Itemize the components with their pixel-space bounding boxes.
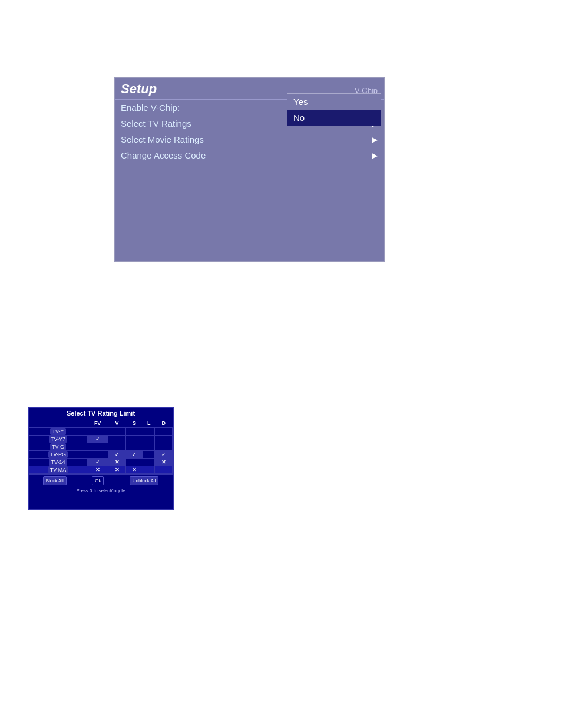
rating-cell[interactable]: ✕ — [87, 466, 108, 474]
block-all-button[interactable]: Block All — [43, 476, 67, 485]
rating-cell[interactable]: ✓ — [87, 459, 108, 466]
rating-cell[interactable] — [143, 466, 155, 474]
rating-row-label: TV-Y7 — [49, 436, 67, 443]
rating-cell[interactable] — [108, 428, 126, 436]
rating-cell[interactable] — [87, 443, 108, 451]
tv-rating-panel: Select TV Rating Limit FV V S L D TV-YTV… — [28, 407, 174, 510]
col-header-fv: FV — [87, 419, 108, 428]
table-row[interactable]: TV-Y7✓ — [29, 436, 173, 443]
menu-item-access-code[interactable]: Change Access Code ▶ — [115, 147, 384, 163]
rating-footer: Block All Ok Unblock All — [29, 474, 173, 487]
rating-cell[interactable]: ✓ — [87, 436, 108, 443]
rating-row-label: TV-G — [50, 443, 66, 450]
rating-cell[interactable]: ✓ — [125, 451, 143, 459]
rating-cell[interactable] — [155, 428, 173, 436]
rating-cell[interactable] — [108, 436, 126, 443]
col-header-s: S — [125, 419, 143, 428]
unblock-all-button[interactable]: Unblock All — [130, 476, 159, 485]
rating-cell[interactable]: ✕ — [155, 459, 173, 466]
col-header-label — [29, 419, 87, 428]
rating-cell[interactable] — [125, 459, 143, 466]
arrow-right-icon-access: ▶ — [372, 151, 378, 160]
rating-cell[interactable] — [108, 443, 126, 451]
rating-cell[interactable] — [143, 451, 155, 459]
rating-cell[interactable]: ✓ — [108, 451, 126, 459]
tv-rating-title: Select TV Rating Limit — [29, 408, 173, 419]
rating-cell[interactable]: ✕ — [125, 466, 143, 474]
rating-row-label: TV-PG — [48, 451, 68, 458]
yes-no-dropdown: Yes No — [287, 93, 381, 126]
rating-cell[interactable] — [155, 436, 173, 443]
rating-table: FV V S L D TV-YTV-Y7✓TV-GTV-PG✓✓✓TV-14✓✕… — [29, 419, 173, 474]
rating-cell[interactable]: ✕ — [108, 466, 126, 474]
table-row[interactable]: TV-G — [29, 443, 173, 451]
rating-cell[interactable] — [143, 428, 155, 436]
panel-title: Setup — [121, 81, 157, 97]
menu-item-label-enable: Enable V-Chip: — [121, 103, 180, 113]
rating-cell[interactable] — [143, 436, 155, 443]
rating-cell[interactable] — [155, 466, 173, 474]
table-row[interactable]: TV-PG✓✓✓ — [29, 451, 173, 459]
rating-row-label: TV-Y — [50, 428, 65, 435]
table-row[interactable]: TV-Y — [29, 428, 173, 436]
rating-cell[interactable] — [125, 436, 143, 443]
arrow-right-icon-movie: ▶ — [372, 136, 378, 144]
menu-item-movie-ratings[interactable]: Select Movie Ratings ▶ — [115, 131, 384, 147]
rating-cell[interactable] — [87, 428, 108, 436]
ok-button[interactable]: Ok — [92, 476, 104, 485]
rating-cell[interactable] — [125, 428, 143, 436]
menu-item-label-movie: Select Movie Ratings — [121, 134, 204, 144]
rating-cell[interactable] — [125, 443, 143, 451]
table-row[interactable]: TV-MA✕✕✕ — [29, 466, 173, 474]
menu-item-label-access: Change Access Code — [121, 150, 206, 160]
col-header-d: D — [155, 419, 173, 428]
rating-cell[interactable] — [87, 451, 108, 459]
table-row[interactable]: TV-14✓✕✕ — [29, 459, 173, 466]
rating-cell[interactable]: ✓ — [155, 451, 173, 459]
rating-row-label: TV-MA — [48, 466, 68, 473]
rating-cell[interactable] — [143, 443, 155, 451]
rating-cell[interactable]: ✕ — [108, 459, 126, 466]
dropdown-item-no[interactable]: No — [287, 110, 381, 126]
rating-row-label: TV-14 — [49, 459, 67, 466]
press-hint: Press 0 to select/toggle — [29, 487, 173, 495]
menu-item-label-tv: Select TV Ratings — [121, 118, 191, 129]
col-header-l: L — [143, 419, 155, 428]
dropdown-item-yes[interactable]: Yes — [287, 94, 381, 110]
rating-cell[interactable] — [143, 459, 155, 466]
rating-cell[interactable] — [155, 443, 173, 451]
col-header-v: V — [108, 419, 126, 428]
